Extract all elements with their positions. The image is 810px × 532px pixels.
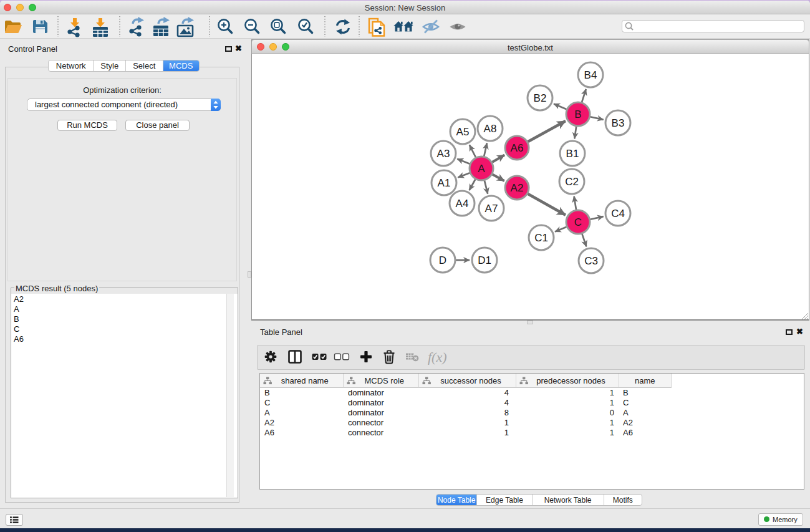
svg-text:A7: A7 bbox=[485, 203, 498, 215]
svg-text:C2: C2 bbox=[565, 176, 579, 188]
svg-text:D1: D1 bbox=[478, 254, 491, 266]
svg-text:B2: B2 bbox=[534, 92, 547, 104]
svg-text:A6: A6 bbox=[511, 142, 524, 154]
svg-text:D: D bbox=[439, 254, 446, 266]
svg-text:C1: C1 bbox=[534, 232, 548, 244]
svg-text:B4: B4 bbox=[584, 69, 597, 81]
svg-text:C: C bbox=[574, 216, 582, 228]
svg-text:A5: A5 bbox=[456, 126, 470, 138]
svg-text:B: B bbox=[574, 109, 581, 120]
svg-text:A1: A1 bbox=[438, 177, 451, 189]
svg-text:C3: C3 bbox=[584, 255, 598, 267]
svg-text:f(x): f(x) bbox=[428, 349, 447, 365]
svg-text:B1: B1 bbox=[566, 148, 579, 160]
svg-text:C4: C4 bbox=[611, 208, 625, 220]
svg-text:A8: A8 bbox=[484, 123, 497, 135]
svg-text:A3: A3 bbox=[437, 148, 450, 160]
svg-text:B3: B3 bbox=[612, 117, 625, 129]
svg-text:A4: A4 bbox=[456, 198, 469, 210]
svg-text:A: A bbox=[478, 163, 485, 175]
svg-text:A2: A2 bbox=[511, 182, 524, 194]
